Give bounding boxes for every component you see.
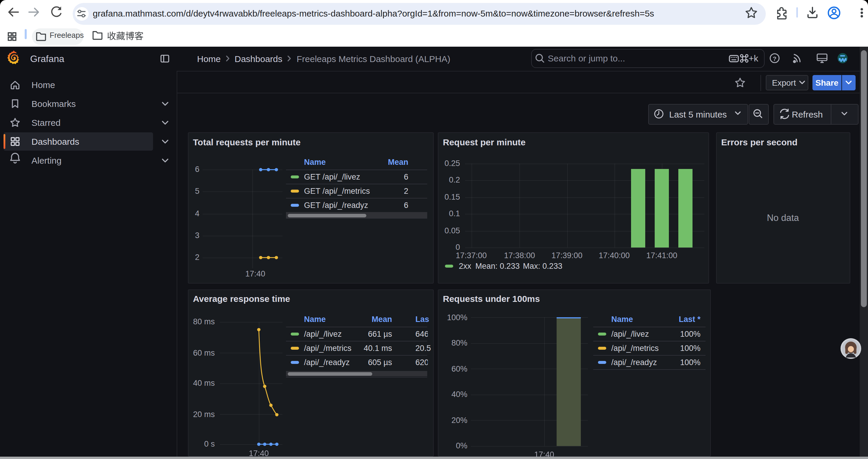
svg-text:?: ?	[773, 55, 777, 62]
